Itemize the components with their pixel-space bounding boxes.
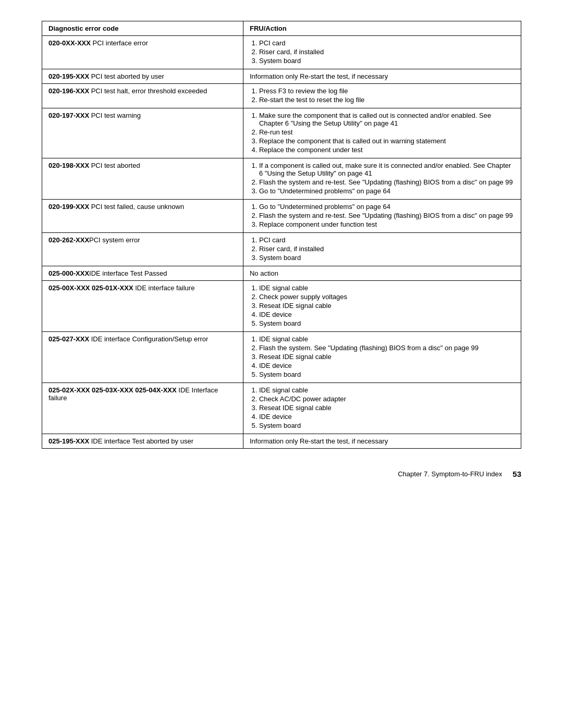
table-row: 020-198-XXX PCI test abortedIf a compone… (42, 158, 521, 200)
error-code-cell: 020-0XX-XXX PCI interface error (42, 36, 243, 69)
error-code-cell: 020-198-XXX PCI test aborted (42, 158, 243, 200)
list-item: Check power supply voltages (259, 293, 515, 301)
list-item: IDE device (259, 362, 515, 369)
action-cell: No action (243, 266, 521, 281)
error-code-cell: 020-199-XXX PCI test failed, cause unkno… (42, 200, 243, 233)
error-code-cell: 025-000-XXXIDE interface Test Passed (42, 266, 243, 281)
error-code-rest: PCI test warning (89, 112, 141, 119)
error-code-bold: 025-02X-XXX 025-03X-XXX 025-04X-XXX (48, 386, 177, 394)
table-row: 020-262-XXXPCI system errorPCI cardRiser… (42, 233, 521, 266)
list-item: If a component is called out, make sure … (259, 162, 515, 177)
list-item: Make sure the component that is called o… (259, 112, 515, 127)
action-text: No action (250, 269, 278, 277)
action-list: PCI cardRiser card, if installedSystem b… (259, 236, 515, 262)
list-item: System board (259, 319, 515, 327)
list-item: Flash the system. See "Updating (flashin… (259, 344, 515, 352)
list-item: Reseat IDE signal cable (259, 353, 515, 361)
error-code-rest: IDE interface Configuration/Setup error (89, 335, 208, 343)
table-row: 025-00X-XXX 025-01X-XXX IDE interface fa… (42, 281, 521, 332)
page-container: Diagnostic error code FRU/Action 020-0XX… (42, 21, 521, 478)
error-code-rest: PCI test aborted by user (89, 72, 164, 80)
action-list: PCI cardRiser card, if installedSystem b… (259, 39, 515, 65)
action-cell: IDE signal cableCheck power supply volta… (243, 281, 521, 332)
list-item: Go to "Undetermined problems" on page 64 (259, 203, 515, 211)
error-code-bold: 025-00X-XXX 025-01X-XXX (48, 284, 133, 292)
action-list: Press F3 to review the log fileRe-start … (259, 87, 515, 104)
error-code-bold: 020-197-XXX (48, 112, 89, 119)
error-code-bold: 020-196-XXX (48, 87, 89, 95)
action-list: IDE signal cableCheck power supply volta… (259, 284, 515, 327)
footer-page: 53 (512, 470, 521, 478)
error-code-bold: 020-199-XXX (48, 203, 89, 211)
action-list: If a component is called out, make sure … (259, 162, 515, 195)
error-code-bold: 025-000-XXX (48, 269, 89, 277)
error-code-rest: IDE interface failure (133, 284, 195, 292)
action-text: Information only Re-start the test, if n… (250, 437, 388, 445)
list-item: System board (259, 371, 515, 378)
error-code-rest: PCI test halt, error threshold exceeded (89, 87, 207, 95)
list-item: PCI card (259, 39, 515, 47)
list-item: Riser card, if installed (259, 48, 515, 56)
list-item: Re-start the test to reset the log file (259, 96, 515, 104)
list-item: IDE device (259, 413, 515, 421)
footer: Chapter 7. Symptom-to-FRU index 53 (42, 470, 521, 478)
list-item: Check AC/DC power adapter (259, 395, 515, 403)
list-item: Reseat IDE signal cable (259, 302, 515, 310)
action-cell: PCI cardRiser card, if installedSystem b… (243, 36, 521, 69)
list-item: System board (259, 422, 515, 429)
list-item: IDE signal cable (259, 284, 515, 292)
list-item: IDE device (259, 311, 515, 318)
error-code-rest: IDE interface Test aborted by user (89, 437, 193, 445)
col1-header: Diagnostic error code (42, 21, 243, 36)
action-cell: Go to "Undetermined problems" on page 64… (243, 200, 521, 233)
error-code-cell: 025-00X-XXX 025-01X-XXX IDE interface fa… (42, 281, 243, 332)
list-item: System board (259, 254, 515, 262)
error-code-bold: 025-195-XXX (48, 437, 89, 445)
action-cell: IDE signal cableFlash the system. See "U… (243, 332, 521, 383)
list-item: Replace the component that is called out… (259, 137, 515, 145)
error-code-rest: PCI interface error (91, 39, 148, 47)
error-code-cell: 025-195-XXX IDE interface Test aborted b… (42, 434, 243, 449)
footer-text: Chapter 7. Symptom-to-FRU index (398, 470, 502, 478)
table-row: 020-0XX-XXX PCI interface errorPCI cardR… (42, 36, 521, 69)
list-item: Re-run test (259, 128, 515, 136)
list-item: IDE signal cable (259, 386, 515, 394)
list-item: Press F3 to review the log file (259, 87, 515, 95)
table-row: 020-196-XXX PCI test halt, error thresho… (42, 84, 521, 108)
action-cell: Press F3 to review the log fileRe-start … (243, 84, 521, 108)
list-item: PCI card (259, 236, 515, 244)
error-code-cell: 020-197-XXX PCI test warning (42, 108, 243, 158)
error-code-cell: 020-196-XXX PCI test halt, error thresho… (42, 84, 243, 108)
error-code-rest: PCI test failed, cause unknown (89, 203, 184, 211)
table-row: 025-195-XXX IDE interface Test aborted b… (42, 434, 521, 449)
action-list: Make sure the component that is called o… (259, 112, 515, 154)
list-item: Flash the system and re-test. See "Updat… (259, 212, 515, 219)
table-row: 025-02X-XXX 025-03X-XXX 025-04X-XXX IDE … (42, 383, 521, 434)
error-code-cell: 025-027-XXX IDE interface Configuration/… (42, 332, 243, 383)
action-cell: Information only Re-start the test, if n… (243, 69, 521, 84)
error-code-rest: PCI test aborted (89, 162, 140, 169)
error-code-bold: 020-0XX-XXX (48, 39, 91, 47)
table-row: 025-000-XXXIDE interface Test PassedNo a… (42, 266, 521, 281)
diagnostic-table: Diagnostic error code FRU/Action 020-0XX… (42, 21, 521, 449)
action-text: Information only Re-start the test, if n… (250, 72, 388, 80)
list-item: Replace the component under test (259, 146, 515, 154)
action-list: IDE signal cableFlash the system. See "U… (259, 335, 515, 378)
col2-header: FRU/Action (243, 21, 521, 36)
action-cell: IDE signal cableCheck AC/DC power adapte… (243, 383, 521, 434)
action-list: Go to "Undetermined problems" on page 64… (259, 203, 515, 228)
action-cell: Make sure the component that is called o… (243, 108, 521, 158)
error-code-rest: IDE interface Test Passed (89, 269, 167, 277)
action-cell: Information only Re-start the test, if n… (243, 434, 521, 449)
list-item: IDE signal cable (259, 335, 515, 343)
error-code-cell: 025-02X-XXX 025-03X-XXX 025-04X-XXX IDE … (42, 383, 243, 434)
list-item: Flash the system and re-test. See "Updat… (259, 178, 515, 186)
error-code-bold: 020-195-XXX (48, 72, 89, 80)
list-item: Replace component under function test (259, 220, 515, 228)
error-code-bold: 020-198-XXX (48, 162, 89, 169)
table-row: 020-195-XXX PCI test aborted by userInfo… (42, 69, 521, 84)
error-code-rest: PCI system error (89, 236, 140, 244)
list-item: Riser card, if installed (259, 245, 515, 253)
action-cell: If a component is called out, make sure … (243, 158, 521, 200)
table-row: 020-199-XXX PCI test failed, cause unkno… (42, 200, 521, 233)
